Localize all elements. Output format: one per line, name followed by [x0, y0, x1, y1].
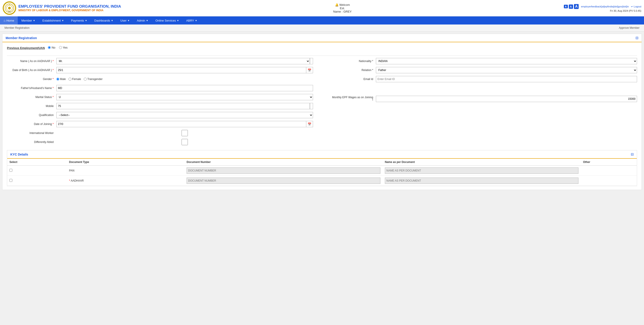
radio-yes[interactable]: Yes [59, 46, 68, 49]
radio-no-input[interactable] [48, 46, 51, 49]
nationality-control: INDIAN OTHER [376, 58, 637, 64]
font-small[interactable]: A [564, 5, 568, 8]
kyc-pan-number-input[interactable] [186, 167, 380, 174]
welcome-text: 🔔 Welcom [333, 3, 352, 7]
gender-control: Male Female Transgender [56, 76, 313, 82]
relation-label: Relation * [331, 69, 376, 72]
marital-select[interactable]: U Married Single [56, 94, 313, 100]
name-input[interactable] [310, 58, 313, 64]
nav-online-services[interactable]: Online Services ▼ [152, 17, 182, 25]
kyc-table: Select Document Type Document Number Nam… [7, 159, 637, 186]
qual-control: --Select-- Below 10th 10th 12th Graduate [56, 112, 313, 118]
nav-dashboards[interactable]: Dashboards ▼ [91, 17, 117, 25]
gender-label: Gender * [7, 78, 56, 81]
gender-female[interactable]: Female [68, 76, 81, 82]
kyc-aadhaar-type: * AADHAAR [67, 176, 184, 186]
kyc-pan-checkbox[interactable] [10, 169, 12, 172]
doj-input[interactable] [56, 121, 306, 127]
doj-calendar-button[interactable]: 📅 [306, 121, 313, 127]
intl-worker-control [56, 130, 313, 136]
nav-establishment-label: Establishment [42, 19, 61, 22]
mobile-input-group [56, 103, 313, 109]
kyc-pan-name-input[interactable] [385, 167, 579, 174]
logout-link[interactable]: ↩ Logout [631, 5, 641, 8]
fathers-control [56, 85, 313, 91]
diff-abled-checkbox[interactable] [56, 139, 313, 145]
kyc-aadhaar-number-input[interactable] [186, 178, 380, 184]
nav-admin[interactable]: Admin ▼ [133, 17, 152, 25]
email-input[interactable] [376, 76, 637, 82]
dob-calendar-button[interactable]: 📅 [306, 67, 313, 73]
kyc-aadhaar-checkbox[interactable] [10, 179, 12, 182]
font-medium[interactable]: A [569, 5, 573, 9]
welcome-icon: 🔔 [335, 3, 338, 7]
diff-abled-control [56, 139, 313, 145]
header-right: A A A employerfeedback[at]epfindia[dot]g… [564, 4, 641, 12]
kyc-row-aadhaar: * AADHAAR [7, 176, 637, 186]
name-label: Name ( As on AADHAAR ) * [7, 60, 56, 63]
doj-control: 📅 [56, 121, 313, 127]
kyc-collapse-icon[interactable]: ⊟ [631, 152, 634, 156]
gender-options: Male Female Transgender [56, 76, 313, 82]
breadcrumb: Member Registration [4, 26, 30, 30]
radio-no[interactable]: No [48, 46, 56, 49]
kyc-table-header: Select Document Type Document Number Nam… [7, 159, 637, 166]
doj-label: Date of Joining * [7, 123, 56, 126]
nav-user[interactable]: User ▼ [117, 17, 133, 25]
epf-wages-input[interactable] [376, 96, 637, 102]
qual-row: Qualification --Select-- Below 10th 10th… [7, 112, 313, 118]
qual-label: Qualification [7, 114, 56, 117]
fathers-label: Father's/Husband's Name * [7, 87, 56, 90]
fathers-row: Father's/Husband's Name * [7, 85, 313, 91]
kyc-row-pan: PAN [7, 166, 637, 176]
radio-yes-label: Yes [63, 46, 68, 49]
kyc-section: KYC Details ⊟ Select Document Type Docum… [7, 150, 637, 186]
nationality-select[interactable]: INDIAN OTHER [376, 58, 637, 64]
kyc-aadhaar-other [581, 176, 637, 186]
font-large[interactable]: A [574, 4, 579, 9]
nav-payments[interactable]: Payments ▼ [67, 17, 91, 25]
name-label: Name : GREY [333, 10, 352, 13]
gender-female-radio[interactable] [68, 76, 72, 82]
kyc-aadhaar-name-input[interactable] [385, 178, 579, 184]
prev-employment: Previous Employment/UAN No Yes [7, 46, 637, 52]
relation-select[interactable]: Father Husband Mother [376, 67, 637, 73]
gender-male[interactable]: Male [56, 76, 66, 82]
admin-arrow-icon: ▼ [146, 19, 148, 22]
radio-yes-input[interactable] [59, 46, 62, 49]
kyc-header: KYC Details ⊟ [7, 150, 637, 159]
nav-member-label: Member [21, 19, 32, 22]
approve-member-link[interactable]: Approve Member [619, 26, 640, 30]
header: ☸ EPFO EMPLOYEES' PROVIDENT FUND ORGANIS… [0, 0, 644, 17]
intl-worker-label: International Worker [7, 132, 56, 135]
nav-home[interactable]: ⌂ Home [0, 17, 18, 25]
header-right-top: A A A employerfeedback[at]epfindia[dot]g… [564, 4, 641, 9]
gender-male-radio[interactable] [56, 76, 59, 82]
qual-select[interactable]: --Select-- Below 10th 10th 12th Graduate [56, 112, 313, 118]
relation-row: Relation * Father Husband Mother [331, 67, 637, 73]
mobile-prefix-input[interactable] [56, 103, 310, 109]
header-center: 🔔 Welcom Est. Name : GREY [333, 3, 352, 13]
fathers-input[interactable] [56, 85, 313, 91]
mobile-number-input[interactable] [310, 103, 313, 109]
intl-worker-row: International Worker [7, 130, 313, 136]
nav-establishment[interactable]: Establishment ▼ [39, 17, 68, 25]
kyc-aadhaar-name-cell [383, 176, 581, 186]
intl-worker-checkbox[interactable] [56, 130, 313, 136]
nav-user-label: User [120, 19, 126, 22]
kyc-col-doc-number: Document Number [184, 159, 383, 166]
email-label: Email Id [331, 78, 376, 81]
marital-row: Marital Status * U Married Single [7, 94, 313, 100]
gender-transgender[interactable]: Transgender [84, 76, 102, 82]
aadhaar-required-star: * [69, 179, 71, 182]
collapse-icon[interactable]: ⊟ [636, 36, 638, 40]
dob-input[interactable] [56, 67, 306, 73]
nav-member[interactable]: Member ▼ [18, 17, 39, 25]
est-text: Est. [333, 7, 352, 10]
name-title-select[interactable]: Mr. Mrs. Ms. [56, 58, 310, 64]
nav-abry[interactable]: ABRY ▼ [182, 17, 201, 25]
gender-transgender-radio[interactable] [84, 76, 87, 82]
epf-row: Monthly EPF Wages as on Joining * [331, 96, 637, 102]
payments-arrow-icon: ▼ [85, 19, 87, 22]
member-arrow-icon: ▼ [33, 19, 35, 22]
